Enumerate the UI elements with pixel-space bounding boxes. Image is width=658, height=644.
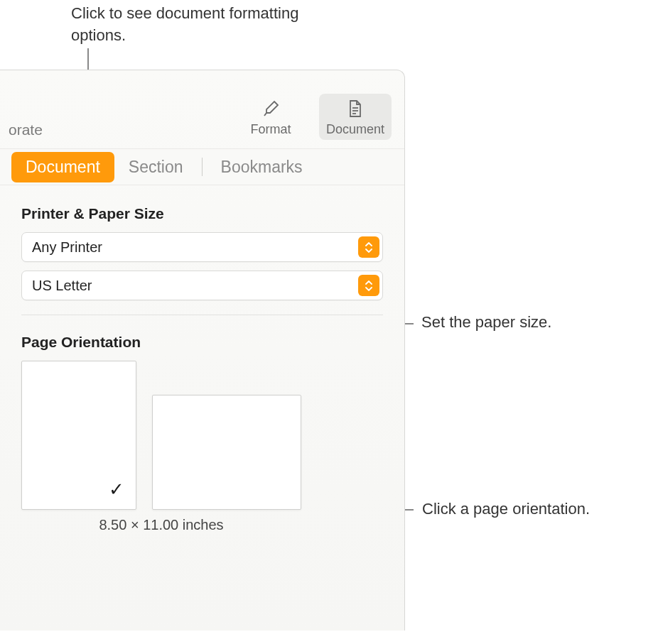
callout-paper-size: Set the paper size.: [421, 312, 551, 334]
paper-size-dropdown-value: US Letter: [32, 278, 92, 294]
orientation-row: ✓: [21, 361, 383, 510]
printer-dropdown[interactable]: Any Printer: [21, 232, 383, 262]
inspector-tabs: Document Section Bookmarks: [0, 148, 404, 185]
paper-size-dropdown[interactable]: US Letter: [21, 271, 383, 300]
inspector-content: Printer & Paper Size Any Printer US Lett…: [0, 185, 404, 553]
printer-dropdown-value: Any Printer: [32, 239, 102, 256]
page-dimensions-label: 8.50 × 11.00 inches: [21, 517, 301, 533]
tab-section[interactable]: Section: [114, 152, 198, 182]
toolbar-left-fragment: orate: [9, 121, 222, 140]
document-toolbar-label: Document: [326, 122, 384, 137]
printer-paper-size-title: Printer & Paper Size: [21, 205, 383, 222]
document-toolbar-button[interactable]: Document: [319, 94, 392, 140]
callout-orientation: Click a page orientation.: [422, 498, 590, 520]
chevron-updown-icon: [358, 275, 379, 296]
tab-bookmarks[interactable]: Bookmarks: [207, 152, 317, 182]
format-toolbar-label: Format: [250, 122, 291, 137]
document-inspector-panel: orate Format Document: [0, 70, 405, 631]
callout-document-tab: Click to see document formatting options…: [71, 3, 341, 47]
page-orientation-title: Page Orientation: [21, 334, 383, 351]
paintbrush-icon: [260, 98, 281, 119]
checkmark-icon: ✓: [109, 479, 124, 501]
document-icon: [345, 98, 366, 119]
tab-document[interactable]: Document: [11, 152, 114, 182]
tab-divider: [202, 158, 203, 176]
orientation-landscape-button[interactable]: [152, 395, 301, 510]
chevron-updown-icon: [358, 236, 379, 258]
format-toolbar-button[interactable]: Format: [239, 94, 302, 140]
divider: [21, 315, 383, 315]
toolbar: orate Format Document: [0, 70, 404, 148]
orientation-portrait-button[interactable]: ✓: [21, 361, 136, 510]
